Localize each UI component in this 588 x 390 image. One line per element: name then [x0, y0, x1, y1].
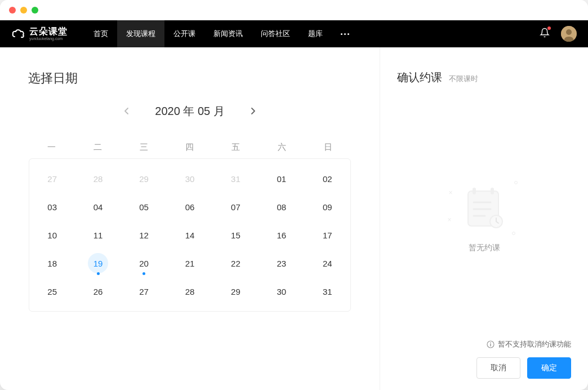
logo-text: 云朵课堂 — [29, 27, 68, 36]
day-number: 29 — [134, 169, 154, 189]
day-number: 15 — [225, 225, 246, 245]
calendar-day[interactable]: 11 — [75, 221, 121, 249]
day-number: 10 — [42, 225, 63, 245]
window-maximize-button[interactable] — [32, 7, 38, 14]
day-number: 31 — [317, 281, 337, 302]
user-avatar[interactable] — [561, 26, 577, 42]
calendar-day[interactable]: 02 — [305, 165, 350, 193]
app-window: 云朵课堂 yunduoketang.com 首页发现课程公开课新闻资讯问答社区题… — [0, 0, 588, 390]
calendar-day[interactable]: 16 — [259, 221, 304, 249]
window-close-button[interactable] — [9, 7, 16, 14]
calendar-day[interactable]: 28 — [167, 277, 212, 305]
date-picker-panel: 选择日期 2020 年 05 月 一二三四五六日 272829303101020… — [0, 47, 380, 390]
action-buttons: 取消 确定 — [397, 357, 571, 379]
calendar-day[interactable]: 24 — [305, 249, 350, 277]
day-number: 11 — [88, 225, 108, 245]
day-number: 12 — [134, 225, 154, 245]
booking-subtitle: 不限课时 — [449, 74, 478, 84]
chevron-right-icon — [250, 108, 256, 114]
info-icon — [487, 340, 495, 348]
calendar-day[interactable]: 17 — [305, 221, 350, 249]
calendar-day[interactable]: 30 — [259, 277, 304, 305]
notification-badge — [547, 26, 551, 30]
day-number: 30 — [180, 169, 200, 189]
svg-rect-4 — [491, 188, 494, 194]
calendar-day[interactable]: 06 — [167, 193, 212, 221]
logo-subtext: yunduoketang.com — [29, 37, 68, 41]
confirm-button[interactable]: 确定 — [527, 357, 571, 379]
calendar-day[interactable]: 01 — [259, 165, 304, 193]
calendar-header: 2020 年 05 月 — [28, 104, 351, 119]
calendar-day[interactable]: 03 — [29, 193, 75, 221]
notice-text: 暂不支持取消约课功能 — [498, 339, 571, 349]
cancel-button[interactable]: 取消 — [476, 357, 520, 379]
calendar-day[interactable]: 04 — [75, 193, 121, 221]
day-number: 27 — [134, 281, 154, 302]
window-minimize-button[interactable] — [20, 7, 27, 14]
notifications-button[interactable] — [540, 28, 550, 40]
day-number: 08 — [271, 197, 292, 217]
day-number: 31 — [225, 169, 246, 189]
calendar-day[interactable]: 29 — [213, 277, 259, 305]
next-month-button[interactable] — [247, 104, 259, 119]
current-month-label: 2020 年 05 月 — [155, 104, 224, 119]
window-titlebar — [0, 0, 588, 20]
calendar-day[interactable]: 27 — [29, 165, 75, 193]
calendar-day[interactable]: 29 — [121, 165, 167, 193]
nav-item-0[interactable]: 首页 — [84, 20, 117, 47]
calendar-day[interactable]: 14 — [167, 221, 212, 249]
weekday-label: 二 — [75, 142, 121, 153]
day-number: 30 — [271, 281, 292, 302]
calendar-day[interactable]: 19 — [75, 249, 121, 277]
calendar-day[interactable]: 12 — [121, 221, 167, 249]
calendar-day[interactable]: 15 — [213, 221, 259, 249]
booking-header: 确认约课 不限课时 — [397, 70, 571, 85]
calendar-day[interactable]: 30 — [167, 165, 212, 193]
empty-calendar-icon: × × — [459, 183, 510, 234]
nav-item-4[interactable]: 问答社区 — [252, 20, 299, 47]
calendar-day[interactable]: 28 — [75, 165, 121, 193]
weekday-label: 四 — [167, 142, 213, 153]
day-number: 23 — [271, 253, 292, 273]
logo-icon — [11, 26, 26, 41]
nav-menu: 首页发现课程公开课新闻资讯问答社区题库 — [84, 20, 332, 47]
booking-footer: 暂不支持取消约课功能 取消 确定 — [397, 339, 571, 379]
calendar-weekdays: 一二三四五六日 — [29, 136, 351, 158]
calendar-day[interactable]: 31 — [305, 277, 350, 305]
calendar-day[interactable]: 05 — [121, 193, 167, 221]
calendar-day[interactable]: 25 — [29, 277, 75, 305]
calendar-day[interactable]: 09 — [305, 193, 350, 221]
day-number: 14 — [180, 225, 200, 245]
calendar-day[interactable]: 22 — [213, 249, 259, 277]
day-number: 27 — [42, 169, 63, 189]
nav-more-button[interactable] — [332, 33, 358, 35]
calendar-day[interactable]: 20 — [121, 249, 167, 277]
calendar-day[interactable]: 10 — [29, 221, 75, 249]
day-number: 07 — [225, 197, 246, 217]
calendar-day[interactable]: 31 — [213, 165, 259, 193]
prev-month-button[interactable] — [121, 104, 132, 119]
day-number: 16 — [271, 225, 292, 245]
nav-item-3[interactable]: 新闻资讯 — [204, 20, 252, 47]
calendar-day[interactable]: 27 — [121, 277, 167, 305]
day-number: 06 — [180, 197, 200, 217]
nav-item-1[interactable]: 发现课程 — [117, 20, 164, 47]
day-number: 17 — [317, 225, 337, 245]
date-picker-title: 选择日期 — [28, 70, 351, 87]
calendar-day[interactable]: 23 — [259, 249, 304, 277]
svg-point-1 — [566, 29, 572, 35]
logo[interactable]: 云朵课堂 yunduoketang.com — [11, 26, 68, 41]
calendar-day[interactable]: 08 — [259, 193, 304, 221]
calendar-day[interactable]: 26 — [75, 277, 121, 305]
nav-item-2[interactable]: 公开课 — [164, 20, 204, 47]
weekday-label: 六 — [259, 142, 305, 153]
empty-state-text: 暂无约课 — [469, 243, 500, 253]
calendar-day[interactable]: 21 — [167, 249, 212, 277]
day-number: 28 — [180, 281, 200, 302]
calendar-day[interactable]: 18 — [29, 249, 75, 277]
day-number: 25 — [42, 281, 63, 302]
empty-state: × × 暂无约课 — [397, 96, 571, 339]
calendar-day[interactable]: 07 — [213, 193, 259, 221]
main-content: 选择日期 2020 年 05 月 一二三四五六日 272829303101020… — [0, 47, 588, 390]
nav-item-5[interactable]: 题库 — [299, 20, 332, 47]
